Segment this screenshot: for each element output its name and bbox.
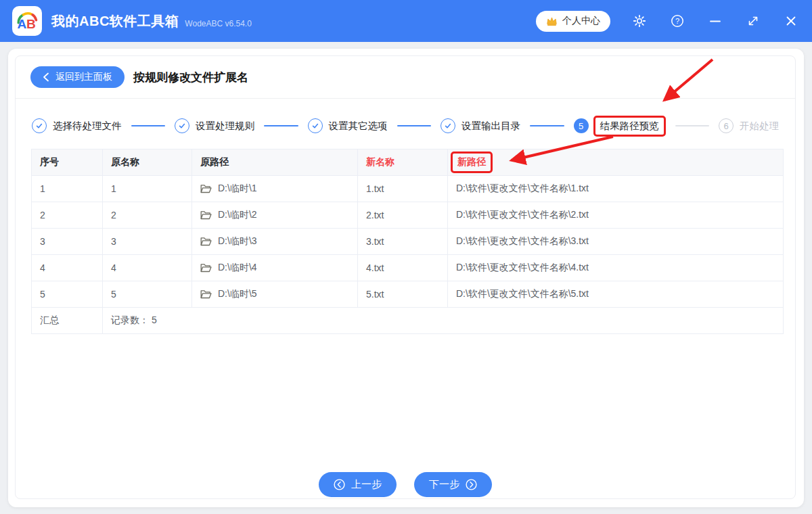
table-cell: 1.txt <box>358 176 448 202</box>
table-row: 22D:\临时\22.txtD:\软件\更改文件\文件名称\2.txt <box>32 202 784 229</box>
user-center-label: 个人中心 <box>562 15 600 27</box>
table-cell: D:\临时\2 <box>192 202 358 229</box>
title-bar: A B 我的ABC软件工具箱 WodeABC v6.54.0 个人中心 ? <box>0 0 812 42</box>
prev-step-label: 上一步 <box>351 478 382 491</box>
circle-chevron-right-icon <box>466 479 477 490</box>
prev-step-button[interactable]: 上一步 <box>319 472 397 497</box>
table-cell: D:\软件\更改文件\文件名称\2.txt <box>448 202 784 229</box>
step-label: 选择待处理文件 <box>53 120 122 133</box>
folder-open-icon[interactable] <box>200 184 212 193</box>
source-path: D:\临时\4 <box>200 262 257 274</box>
step-item-6[interactable]: 6开始处理 <box>719 118 779 133</box>
table-cell: 3 <box>32 229 103 255</box>
summary-value: 记录数： 5 <box>103 308 784 334</box>
path-text: D:\临时\5 <box>218 288 257 300</box>
help-button[interactable]: ? <box>669 12 686 30</box>
step-item-5[interactable]: 5结果路径预览 <box>574 116 666 137</box>
source-path: D:\临时\2 <box>200 209 257 221</box>
step-number: 5 <box>574 118 589 133</box>
table-head: 序号原名称原路径新名称新路径 <box>32 149 784 176</box>
table-cell: 2.txt <box>358 202 448 229</box>
path-text: D:\临时\4 <box>218 262 257 274</box>
minimize-icon <box>709 15 721 27</box>
step-label: 设置其它选项 <box>329 120 388 133</box>
annotated-column-header: 新路径 <box>451 151 493 173</box>
table-body: 11D:\临时\11.txtD:\软件\更改文件\文件名称\1.txt22D:\… <box>32 176 784 334</box>
table-header-row: 序号原名称原路径新名称新路径 <box>32 149 784 176</box>
step-label: 开始处理 <box>740 120 779 133</box>
app-version: WodeABC v6.54.0 <box>185 19 252 28</box>
step-number: 6 <box>719 118 734 133</box>
table-cell: D:\临时\1 <box>192 176 358 202</box>
table-cell: 2 <box>103 202 192 229</box>
step-label: 结果路径预览 <box>593 116 666 137</box>
app-title: 我的ABC软件工具箱 <box>51 12 179 30</box>
table-cell: 4 <box>32 255 103 281</box>
svg-text:A: A <box>17 17 26 31</box>
table-cell: D:\软件\更改文件\文件名称\5.txt <box>448 281 784 308</box>
gear-icon <box>633 14 646 28</box>
path-text: D:\临时\1 <box>218 183 257 195</box>
table-cell: 5.txt <box>358 281 448 308</box>
folder-open-icon[interactable] <box>200 263 212 273</box>
step-connector <box>131 125 166 126</box>
toolbar: 返回到主面板 按规则修改文件扩展名 <box>16 56 795 99</box>
check-icon <box>175 118 189 133</box>
path-text: D:\临时\2 <box>218 209 257 221</box>
source-path: D:\临时\3 <box>200 235 257 248</box>
table-cell: D:\软件\更改文件\文件名称\4.txt <box>448 255 784 281</box>
table-cell: 3 <box>103 229 192 255</box>
folder-open-icon[interactable] <box>200 289 212 299</box>
wizard-nav: 上一步 下一步 <box>16 472 795 497</box>
back-to-dashboard-button[interactable]: 返回到主面板 <box>30 66 125 88</box>
table-cell: 5 <box>103 281 192 308</box>
minimize-button[interactable] <box>706 12 724 30</box>
user-center-button[interactable]: 个人中心 <box>536 11 610 32</box>
table-row: 55D:\临时\55.txtD:\软件\更改文件\文件名称\5.txt <box>32 281 784 308</box>
table-cell: D:\软件\更改文件\文件名称\1.txt <box>448 176 784 202</box>
step-label: 设置输出目录 <box>461 120 520 133</box>
column-header: 原名称 <box>103 149 192 176</box>
table-row: 11D:\临时\11.txtD:\软件\更改文件\文件名称\1.txt <box>32 176 784 202</box>
check-icon <box>308 118 323 133</box>
next-step-label: 下一步 <box>429 478 459 491</box>
step-connector <box>530 125 564 126</box>
step-item-4[interactable]: 设置输出目录 <box>441 118 520 133</box>
source-path: D:\临时\1 <box>200 183 257 195</box>
summary-label: 汇总 <box>32 308 103 334</box>
step-item-3[interactable]: 设置其它选项 <box>308 118 388 133</box>
folder-open-icon[interactable] <box>200 237 212 246</box>
table-cell: 4 <box>103 255 192 281</box>
step-connector <box>397 125 432 126</box>
step-label: 设置处理规则 <box>196 120 254 133</box>
maximize-button[interactable] <box>744 12 762 30</box>
content-panel: 返回到主面板 按规则修改文件扩展名 选择待处理文件设置处理规则设置其它选项设置输… <box>15 55 796 499</box>
svg-text:?: ? <box>675 17 679 25</box>
table-cell: 5 <box>32 281 103 308</box>
table-row: 33D:\临时\33.txtD:\软件\更改文件\文件名称\3.txt <box>32 229 784 255</box>
check-icon <box>32 118 47 133</box>
main-card: 返回到主面板 按规则修改文件扩展名 选择待处理文件设置处理规则设置其它选项设置输… <box>8 49 804 507</box>
table-cell: 4.txt <box>358 255 448 281</box>
source-path: D:\临时\5 <box>200 288 257 300</box>
column-header: 原路径 <box>192 149 358 176</box>
next-step-button[interactable]: 下一步 <box>414 472 492 497</box>
folder-open-icon[interactable] <box>200 210 212 220</box>
table-row: 44D:\临时\44.txtD:\软件\更改文件\文件名称\4.txt <box>32 255 784 281</box>
table-cell: D:\临时\5 <box>192 281 358 308</box>
circle-chevron-left-icon <box>334 479 345 490</box>
settings-button[interactable] <box>631 12 648 30</box>
step-item-1[interactable]: 选择待处理文件 <box>32 118 122 133</box>
check-icon <box>441 118 455 133</box>
column-header: 序号 <box>32 149 103 176</box>
table-cell: D:\软件\更改文件\文件名称\3.txt <box>448 229 784 255</box>
table-cell: 1 <box>103 176 192 202</box>
step-item-2[interactable]: 设置处理规则 <box>175 118 254 133</box>
help-icon: ? <box>671 14 684 28</box>
close-button[interactable] <box>782 12 800 30</box>
step-indicator: 选择待处理文件设置处理规则设置其它选项设置输出目录5结果路径预览6开始处理 <box>16 99 795 138</box>
ab-logo-icon: A B <box>14 7 41 34</box>
chevron-left-icon <box>43 72 49 82</box>
summary-row: 汇总记录数： 5 <box>32 308 784 334</box>
step-connector <box>264 125 298 126</box>
